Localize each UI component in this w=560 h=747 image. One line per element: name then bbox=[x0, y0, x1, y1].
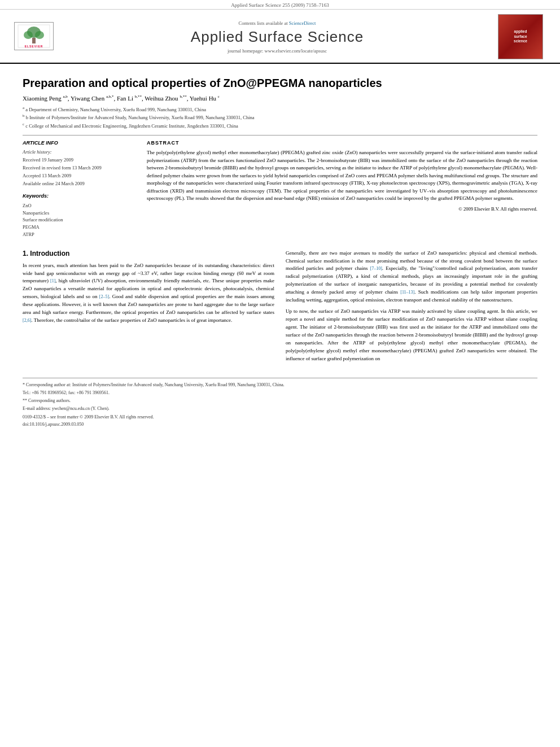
ref-11-13[interactable]: [11–13] bbox=[400, 290, 414, 295]
keyword-pegma: PEGMA bbox=[23, 224, 135, 231]
available-date: Available online 24 March 2009 bbox=[23, 181, 135, 187]
keyword-atrp: ATRP bbox=[23, 231, 135, 238]
keyword-surface: Surface modification bbox=[23, 216, 135, 224]
article-title: Preparation and optical properties of Zn… bbox=[23, 77, 537, 90]
ref-7-10[interactable]: [7–10] bbox=[370, 266, 382, 271]
elsevier-logo-area: ELSEVIER bbox=[11, 22, 56, 51]
svg-text:ELSEVIER: ELSEVIER bbox=[25, 45, 43, 48]
citation-bar: Applied Surface Science 255 (2009) 7158–… bbox=[0, 0, 560, 10]
affiliation-a: a a Department of Chemistry, Nanchang Un… bbox=[23, 105, 537, 113]
svg-point-2 bbox=[24, 31, 33, 39]
received-date: Received 19 January 2009 bbox=[23, 157, 135, 164]
keyword-nanoparticles: Nanoparticles bbox=[23, 209, 135, 217]
journal-title: Applied Surface Science bbox=[56, 28, 498, 46]
footnote-issn: 0169-4332/$ – see front matter © 2009 El… bbox=[23, 414, 537, 420]
abstract-col: ABSTRACT The poly(poly(ethylene glycol) … bbox=[147, 140, 537, 238]
footnote-tel: Tel.: +86 791 83969562; fax: +86 791 396… bbox=[23, 390, 537, 396]
header-divider bbox=[23, 135, 537, 136]
affiliation-c: c c College of Mechanical and Electronic… bbox=[23, 121, 537, 130]
intro-heading: 1. Introduction bbox=[23, 250, 274, 257]
body-section: 1. Introduction In recent years, much at… bbox=[23, 250, 537, 366]
elsevier-logo: ELSEVIER bbox=[11, 22, 56, 51]
elsevier-box-icon: ELSEVIER bbox=[14, 22, 54, 50]
main-content: Preparation and optical properties of Zn… bbox=[0, 64, 560, 435]
revised-date: Received in revised form 13 March 2009 bbox=[23, 165, 135, 172]
copyright: © 2009 Elsevier B.V. All rights reserved… bbox=[147, 206, 537, 212]
info-abstract-section: ARTICLE INFO Article history: Received 1… bbox=[23, 140, 537, 238]
intro-para-1: In recent years, much attention has been… bbox=[23, 262, 274, 325]
affiliations: a a Department of Chemistry, Nanchang Un… bbox=[23, 105, 537, 130]
ref-2-5[interactable]: [2–5] bbox=[99, 294, 109, 299]
footnote-email: E-mail address: ywchen@ncu.edu.cn (Y. Ch… bbox=[23, 405, 537, 412]
footer: * Corresponding author at: Institute of … bbox=[23, 378, 537, 427]
article-info-label: ARTICLE INFO bbox=[23, 140, 135, 146]
footnote-corresponding2: ** Corresponding authors. bbox=[23, 397, 537, 404]
ref-1[interactable]: [1] bbox=[50, 278, 55, 283]
intro-para-2: Generally, there are two major avenues t… bbox=[286, 250, 537, 305]
journal-homepage: journal homepage: www.elsevier.com/locat… bbox=[56, 48, 498, 54]
body-col-left: 1. Introduction In recent years, much at… bbox=[23, 250, 274, 366]
contents-available: Contents lists available at ScienceDirec… bbox=[56, 20, 498, 26]
svg-point-3 bbox=[35, 31, 44, 39]
footnote-doi: doi:10.1016/j.apsusc.2009.03.050 bbox=[23, 422, 537, 427]
keywords-section: Keywords: ZnO Nanoparticles Surface modi… bbox=[23, 193, 135, 238]
history-label: Article history: bbox=[23, 149, 135, 156]
authors-line: Xiaoming Peng a,b, Yiwang Chen a,b,*, Fa… bbox=[23, 94, 537, 102]
cover-title-text: appliedsurfacescience bbox=[514, 29, 527, 43]
journal-cover-area: appliedsurfacescience bbox=[498, 14, 549, 59]
journal-header-center: Contents lists available at ScienceDirec… bbox=[56, 20, 498, 54]
affiliation-b: b b Institute of Polymers/Institute for … bbox=[23, 113, 537, 121]
body-col-right: Generally, there are two major avenues t… bbox=[286, 250, 537, 366]
article-info-col: ARTICLE INFO Article history: Received 1… bbox=[23, 140, 135, 238]
accepted-date: Accepted 13 March 2009 bbox=[23, 173, 135, 180]
footnote-corresponding: * Corresponding author at: Institute of … bbox=[23, 382, 537, 388]
keyword-zno: ZnO bbox=[23, 202, 135, 209]
journal-cover-image: appliedsurfacescience bbox=[498, 14, 543, 59]
abstract-text: The poly(poly(ethylene glycol) methyl et… bbox=[147, 149, 537, 203]
keywords-label: Keywords: bbox=[23, 193, 135, 199]
journal-header: ELSEVIER Contents lists available at Sci… bbox=[0, 10, 560, 64]
ref-2-6[interactable]: [2,6] bbox=[23, 318, 31, 323]
citation-text: Applied Surface Science 255 (2009) 7158–… bbox=[231, 2, 329, 8]
intro-para-3: Up to now, the surface of ZnO nanopartic… bbox=[286, 308, 537, 363]
abstract-label: ABSTRACT bbox=[147, 140, 537, 146]
svg-rect-4 bbox=[32, 38, 36, 43]
sciencedirect-link[interactable]: ScienceDirect bbox=[289, 20, 316, 26]
